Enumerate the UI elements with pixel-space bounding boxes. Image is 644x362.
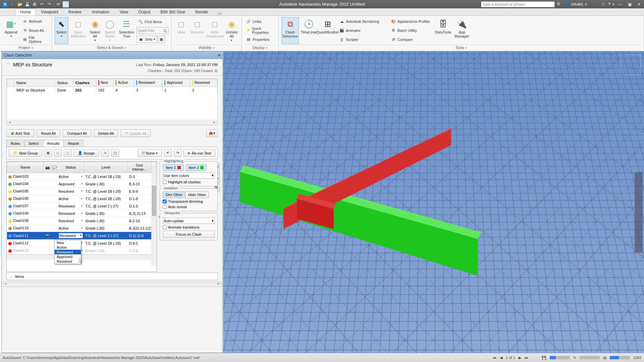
grid-col-grid[interactable]: Grid Interse... — [128, 162, 151, 173]
status-cell[interactable]: Resolved▾ — [57, 217, 84, 225]
status-dropdown[interactable]: NewActiveReviewedApprovedResolved — [54, 240, 81, 264]
datatools-button[interactable]: 🗄DataTools — [434, 17, 452, 44]
none-filter-button[interactable]: ▽None▾ — [138, 149, 162, 157]
tab-results[interactable]: Results — [43, 140, 64, 147]
panel-hscroll[interactable] — [3, 282, 221, 287]
select-all-button[interactable]: ◉Select All▾ — [88, 17, 102, 44]
import-export-button[interactable]: 📤▾ — [206, 129, 218, 137]
col-name[interactable]: Name — [14, 79, 55, 87]
hide-button[interactable]: ◻Hide — [174, 17, 188, 44]
col-new[interactable]: New — [96, 79, 113, 87]
find-items-button[interactable]: 🔍Find Items — [137, 18, 168, 25]
clash-row[interactable]: Clash103Active▾T.C. @ Level 1B (-29)D-3 — [7, 173, 157, 180]
item2-toggle[interactable]: Item 2 — [186, 164, 207, 171]
highlight-all-checkbox[interactable]: Highlight all clashes — [163, 180, 215, 184]
tab-select[interactable]: Select — [24, 140, 43, 147]
grid-col-status[interactable]: Status — [57, 162, 84, 173]
clash-row[interactable]: Clash110Active▾Grade (-30)A.3(2)-12.1(2) — [7, 225, 157, 232]
next-clash-button[interactable]: ↷ — [174, 149, 181, 157]
col-active[interactable]: Active — [113, 79, 134, 87]
clash-row[interactable]: Clash108Reviewed▾Grade (-30)A.2(-2)-13 — [7, 210, 157, 217]
status-cell[interactable]: Reviewed▾ — [57, 210, 84, 217]
nav-bar[interactable] — [635, 172, 643, 252]
status-option[interactable]: New — [55, 240, 81, 245]
item1-toggle[interactable]: Item 1 — [163, 164, 184, 171]
quick-properties-button[interactable]: ⚡Quick Properties — [245, 27, 276, 34]
properties-button[interactable]: ▤Properties — [245, 36, 276, 43]
sets-button[interactable]: ▣Sets▾ — [137, 36, 157, 43]
grid-col-level[interactable]: Level — [84, 162, 128, 173]
items-expander[interactable]: ⌄ Items — [6, 273, 218, 280]
sheet-nav-last-icon[interactable]: ⏭ — [525, 356, 528, 360]
auto-reveal-checkbox[interactable]: Auto reveal — [163, 205, 215, 209]
links-button[interactable]: 🔗Links — [245, 18, 276, 25]
save-icon[interactable]: 💾 — [24, 1, 30, 7]
group-button[interactable]: ⊞ — [44, 149, 52, 157]
transparent-dimming-checkbox[interactable]: Transparent dimming — [163, 199, 215, 203]
help-icon[interactable]: ? — [608, 2, 610, 7]
clash-row[interactable]: Clash113Active▾Grade (-30)C.9-5 — [7, 247, 157, 254]
tab-render[interactable]: Render — [190, 8, 213, 15]
exchange-icon[interactable]: 🛒 — [601, 2, 606, 7]
animator-button[interactable]: 🎬Animator — [338, 27, 388, 34]
col-resolved[interactable]: Resolved — [190, 79, 217, 87]
quantification-button[interactable]: ⊞Quantification — [319, 17, 336, 44]
refresh-button[interactable]: ⟳Refresh — [21, 18, 49, 25]
undo-icon[interactable]: ↶ — [39, 1, 45, 7]
clash-row[interactable]: Clash109Resolved▾Grade (-30)A.2-13 — [7, 217, 157, 225]
save-selection-button[interactable]: ◻Save Selection — [70, 17, 87, 44]
clash-row[interactable]: Clash107Reviewed▾T.C. @ Level 2 (-27)D.1… — [7, 202, 157, 210]
status-option[interactable]: Reviewed — [55, 250, 81, 254]
ribbon-overflow-icon[interactable]: ▢▾ — [217, 12, 221, 15]
sheet-nav-next-icon[interactable]: ▶ — [519, 356, 521, 360]
add-test-button[interactable]: ▣Add Test — [6, 129, 34, 137]
compare-button[interactable]: ⇄Compare — [389, 36, 433, 43]
app-manager-button[interactable]: 🔌App Manager — [453, 17, 471, 44]
select-mode-icon[interactable]: ⬉ — [63, 1, 69, 7]
hide-other-button[interactable]: Hide Other — [185, 191, 209, 198]
append-button[interactable]: ▦+Append▾ — [3, 17, 19, 44]
app-menu-icon[interactable]: N — [2, 1, 8, 7]
select-button[interactable]: ⬉Select▾ — [55, 17, 68, 44]
grid-col-name[interactable]: Name — [7, 162, 44, 173]
tab-home[interactable]: Home — [15, 8, 36, 15]
minimize-icon[interactable]: — — [616, 1, 624, 7]
maximize-icon[interactable]: ▣ — [626, 1, 633, 7]
new-icon[interactable]: ▫ — [9, 1, 15, 7]
filter-button[interactable]: ▢ — [111, 149, 119, 157]
file-options-button[interactable]: ▤File Options — [21, 36, 49, 43]
sheet-nav-prev-icon[interactable]: ◀ — [500, 356, 502, 360]
panel-close-icon[interactable]: × — [218, 53, 220, 58]
status-cell[interactable]: Reviewed▾ — [57, 202, 84, 210]
print-icon[interactable]: 🖶 — [32, 1, 38, 7]
clash-detective-button[interactable]: ⧉Clash Detective — [281, 17, 299, 44]
3d-viewport[interactable] — [223, 51, 644, 353]
clash-row[interactable]: Clash104Approved▾Grade (-30)B.3-13 — [7, 180, 157, 188]
col-approved[interactable]: Approved — [162, 79, 190, 87]
compact-all-button[interactable]: Compact All — [63, 130, 91, 137]
reset-all-button[interactable]: ⟲Reset All... — [21, 27, 49, 34]
view-cube[interactable] — [621, 55, 641, 75]
autodesk-rendering-button[interactable]: ☁Autodesk Rendering — [338, 18, 388, 25]
status-cell[interactable]: Active▾ — [57, 173, 84, 180]
clash-row[interactable]: Clash106Active▾T.C. @ Level 1B (-28)D.1-… — [7, 195, 157, 202]
refresh-icon[interactable]: ⟳ — [55, 1, 61, 7]
status-cell[interactable]: Reviewed▾ — [57, 232, 84, 240]
reset-all-tests-button[interactable]: Reset All — [37, 130, 60, 137]
col-status[interactable]: Status — [55, 79, 73, 87]
assign-button[interactable]: 👤Assign — [73, 149, 99, 157]
delete-all-button[interactable]: Delete All — [94, 130, 118, 137]
status-cell[interactable]: Resolved▾ — [57, 188, 84, 195]
timeliner-button[interactable]: 🕒TimeLiner — [300, 17, 318, 44]
prev-clash-button[interactable]: ↶ — [164, 149, 172, 157]
col-reviewed[interactable]: Reviewed — [134, 79, 162, 87]
status-cell[interactable]: Active▾ — [57, 225, 84, 232]
hide-unselected-button[interactable]: ◻Hide Unselected — [206, 17, 223, 44]
update-all-button[interactable]: ⟳Update All — [121, 129, 151, 137]
status-cell[interactable]: Approved▾ — [57, 180, 84, 188]
col-clashes[interactable]: Clashes — [73, 79, 96, 87]
ungroup-button[interactable]: ⊟ — [54, 149, 62, 157]
selection-tree-button[interactable]: ☰Selection Tree — [118, 17, 135, 44]
tab-bim360glue[interactable]: BIM 360 Glue — [155, 8, 190, 15]
tab-output[interactable]: Output — [133, 8, 155, 15]
